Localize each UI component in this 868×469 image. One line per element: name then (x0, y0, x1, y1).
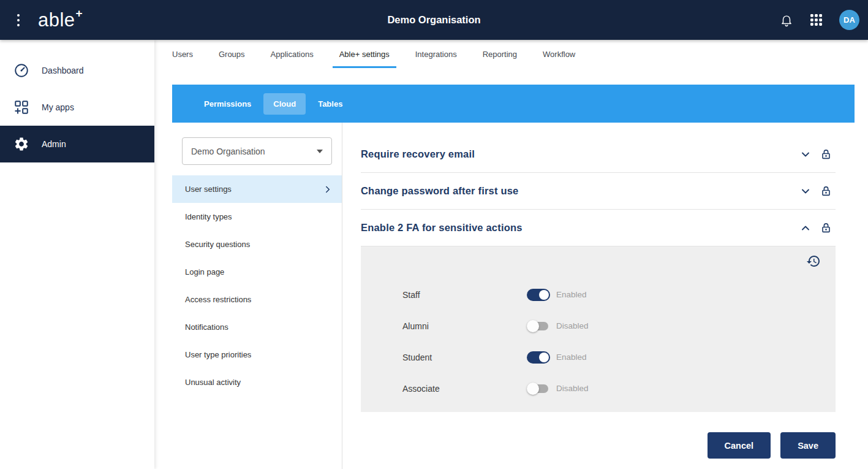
logo-plus-icon: + (76, 7, 83, 20)
main-content: Users Groups Applications Able+ settings… (154, 40, 868, 469)
sidebar-item-label: Admin (42, 139, 66, 149)
tab-workflow[interactable]: Workflow (530, 40, 588, 68)
topbar: able + Demo Organisation DA (0, 0, 868, 40)
toggle-row-label: Alumni (402, 321, 527, 331)
toggle-state-label: Enabled (556, 290, 587, 299)
staff-toggle[interactable] (527, 289, 550, 301)
topbar-actions: DA (780, 10, 859, 30)
lock-icon[interactable] (820, 185, 832, 198)
cancel-button[interactable]: Cancel (708, 432, 771, 459)
sidebar-item-label: Dashboard (42, 66, 84, 75)
history-icon[interactable] (806, 254, 821, 271)
accordion-title: Enable 2 FA for sensitive actions (361, 222, 799, 234)
chevron-down-icon (317, 150, 323, 153)
apps-plus-icon (13, 99, 29, 115)
toggle-row-student: Student Enabled (402, 341, 836, 373)
chevron-down-icon[interactable] (799, 148, 812, 161)
alumni-toggle[interactable] (529, 322, 548, 330)
tab-groups[interactable]: Groups (206, 40, 258, 68)
sidebar-item-dashboard[interactable]: Dashboard (0, 52, 154, 89)
settings-nav-identity-types[interactable]: Identity types (172, 203, 342, 231)
accordion-title: Change password after first use (361, 185, 799, 197)
subtab-cloud[interactable]: Cloud (263, 93, 306, 115)
subtab-bar: Permissions Cloud Tables (172, 85, 855, 123)
tab-integrations[interactable]: Integrations (402, 40, 470, 68)
tab-reporting[interactable]: Reporting (470, 40, 530, 68)
settings-nav-access-restrictions[interactable]: Access restrictions (172, 286, 342, 313)
settings-nav: User settings Identity types Security qu… (172, 175, 342, 396)
settings-nav-unusual-activity[interactable]: Unusual activity (172, 368, 342, 396)
dashboard-gauge-icon (13, 63, 29, 78)
subtab-tables[interactable]: Tables (308, 93, 352, 115)
accordion-header[interactable]: Require recovery email (361, 136, 836, 173)
app-launcher-grid-icon[interactable] (810, 14, 822, 26)
toggle-row-associate: Associate Disabled (402, 373, 836, 404)
gear-icon (13, 136, 29, 152)
chevron-down-icon[interactable] (799, 185, 812, 197)
toggle-state-label: Enabled (556, 353, 587, 362)
sidebar-item-my-apps[interactable]: My apps (0, 89, 154, 126)
avatar[interactable]: DA (839, 10, 859, 30)
accordion-enable-2fa-sensitive-actions: Enable 2 FA for sensitive actions (361, 210, 836, 412)
toggle-row-label: Staff (402, 290, 527, 300)
sidebar-item-admin[interactable]: Admin (0, 126, 154, 162)
toggle-row-label: Associate (402, 384, 527, 394)
chevron-up-icon[interactable] (799, 222, 812, 234)
able-logo: able + (38, 9, 83, 31)
toggle-state-label: Disabled (556, 321, 589, 330)
accordion-panel: Staff Enabled Alumni Disabled Student (361, 246, 836, 412)
sidebar: Dashboard My apps Admin (0, 40, 154, 469)
page: able + Demo Organisation DA (0, 0, 868, 469)
toggle-row-alumni: Alumni Disabled (402, 310, 836, 341)
sidebar-item-label: My apps (42, 102, 74, 112)
accordion-header[interactable]: Enable 2 FA for sensitive actions (361, 210, 836, 246)
organisation-select[interactable]: Demo Organisation (182, 137, 332, 165)
tab-able-settings[interactable]: Able+ settings (326, 40, 402, 68)
settings-body: Demo Organisation User settings Identity… (154, 123, 868, 469)
page-title: Demo Organisation (387, 14, 480, 26)
organisation-select-value: Demo Organisation (191, 147, 265, 156)
chevron-right-icon (322, 184, 333, 195)
toggle-state-label: Disabled (556, 384, 589, 393)
subtab-permissions[interactable]: Permissions (194, 93, 261, 115)
settings-nav-user-type-priorities[interactable]: User type priorities (172, 341, 342, 368)
associate-toggle[interactable] (529, 384, 548, 393)
kebab-menu-icon[interactable] (15, 12, 22, 29)
save-button[interactable]: Save (780, 432, 836, 459)
settings-nav-notifications[interactable]: Notifications (172, 313, 342, 341)
admin-tabs: Users Groups Applications Able+ settings… (154, 40, 868, 68)
toggle-row-staff: Staff Enabled (402, 279, 836, 310)
tab-applications[interactable]: Applications (258, 40, 326, 68)
lock-icon[interactable] (820, 148, 832, 161)
nav-item-label: User settings (185, 185, 232, 194)
accordion-require-recovery-email: Require recovery email (361, 136, 836, 173)
settings-nav-user-settings[interactable]: User settings (172, 175, 342, 203)
form-actions: Cancel Save (361, 432, 836, 459)
settings-right-column: Require recovery email Change password a… (342, 123, 868, 469)
tab-users[interactable]: Users (159, 40, 206, 68)
accordion-change-password-after-first-use: Change password after first use (361, 173, 836, 210)
logo-text: able (38, 9, 75, 31)
student-toggle[interactable] (527, 351, 550, 364)
notifications-bell-icon[interactable] (780, 13, 793, 27)
toggle-row-label: Student (402, 353, 527, 362)
accordion-header[interactable]: Change password after first use (361, 173, 836, 210)
settings-left-column: Demo Organisation User settings Identity… (172, 123, 342, 469)
lock-icon[interactable] (820, 221, 832, 235)
settings-nav-security-questions[interactable]: Security questions (172, 231, 342, 258)
settings-nav-login-page[interactable]: Login page (172, 258, 342, 286)
accordion-title: Require recovery email (361, 148, 799, 160)
